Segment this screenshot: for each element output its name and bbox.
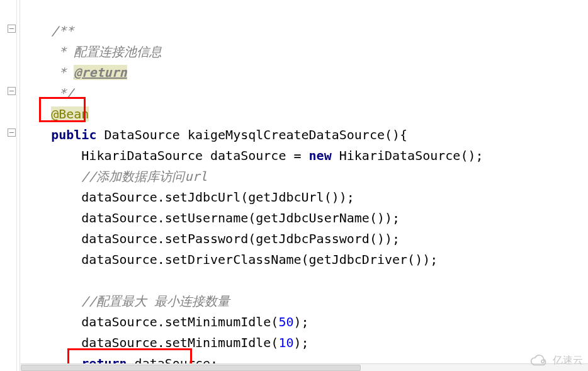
code-text: ); xyxy=(294,314,309,329)
code-text: dataSource.setUsername(getJdbcUserName()… xyxy=(21,210,400,225)
number-literal: 10 xyxy=(278,335,293,350)
code-line: dataSource.setUsername(getJdbcUserName()… xyxy=(21,208,400,229)
comment-text: //添加数据库访问url xyxy=(81,169,207,184)
code-line: */ xyxy=(21,83,74,104)
code-line: //添加数据库访问url xyxy=(21,166,208,187)
comment-text: * xyxy=(21,65,74,80)
fold-toggle-icon[interactable] xyxy=(8,87,17,96)
code-text: DataSource kaigeMysqlCreateDataSource(){ xyxy=(96,127,407,142)
code-text: HikariDataSource(); xyxy=(332,148,483,163)
code-editor: /** * 配置连接池信息 * @return */ @Bean public … xyxy=(0,0,588,371)
keyword-public: public xyxy=(51,127,96,142)
code-text: dataSource.setMinimumIdle( xyxy=(21,314,278,329)
code-line: dataSource.setDriverClassName(getJdbcDri… xyxy=(21,249,438,270)
code-line: HikariDataSource dataSource = new Hikari… xyxy=(21,146,483,166)
code-line: dataSource.setPassword(getJdbcPassword()… xyxy=(21,229,400,249)
comment-text: 配置连接池信息 xyxy=(74,44,162,59)
comment-text: */ xyxy=(21,86,74,101)
fold-toggle-icon[interactable] xyxy=(8,128,17,138)
indent xyxy=(21,127,51,142)
comment-text: //配置最大 最小连接数量 xyxy=(81,294,230,309)
keyword-new: new xyxy=(309,148,332,163)
annotation-bean: @Bean xyxy=(51,106,89,122)
indent xyxy=(21,169,81,184)
svg-point-0 xyxy=(541,360,545,363)
fold-toggle-icon[interactable] xyxy=(8,25,17,34)
code-line: * @return xyxy=(21,62,127,83)
code-text: dataSource.setPassword(getJdbcPassword()… xyxy=(21,231,400,246)
code-text: dataSource.setDriverClassName(getJdbcDri… xyxy=(21,252,438,267)
code-text: dataSource.setJdbcUrl(getJdbcUrl()); xyxy=(21,190,354,205)
comment-text: * xyxy=(21,44,74,59)
code-line: public DataSource kaigeMysqlCreateDataSo… xyxy=(21,125,407,146)
number-literal: 50 xyxy=(278,314,293,329)
watermark-text: 亿速云 xyxy=(553,354,583,367)
code-area[interactable]: /** * 配置连接池信息 * @return */ @Bean public … xyxy=(21,0,588,371)
code-line: * 配置连接池信息 xyxy=(21,42,162,62)
javadoc-return-tag: @return xyxy=(74,65,127,80)
code-text: dataSource.setMinimumIdle( xyxy=(21,335,278,350)
code-text: ); xyxy=(294,335,309,350)
horizontal-scrollbar[interactable] xyxy=(21,363,588,371)
scrollbar-thumb[interactable] xyxy=(21,365,361,371)
fold-guide-line xyxy=(16,0,17,371)
code-line: //配置最大 最小连接数量 xyxy=(21,291,230,312)
watermark: 亿速云 xyxy=(528,354,583,367)
code-line: dataSource.setMinimumIdle(10); xyxy=(21,333,309,353)
code-text: HikariDataSource dataSource = xyxy=(21,148,309,163)
indent xyxy=(21,294,81,309)
code-line: dataSource.setJdbcUrl(getJdbcUrl()); xyxy=(21,187,354,208)
code-line: @Bean xyxy=(21,104,89,125)
code-line: dataSource.setMinimumIdle(50); xyxy=(21,312,309,333)
code-line: /** xyxy=(21,21,74,42)
gutter xyxy=(0,0,20,371)
comment-text: /** xyxy=(21,23,74,38)
indent xyxy=(21,106,51,122)
cloud-icon xyxy=(528,355,549,367)
